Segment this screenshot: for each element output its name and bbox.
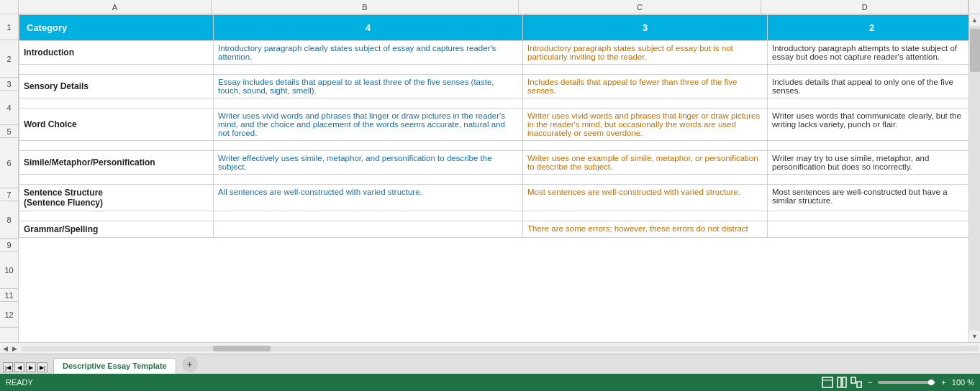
intro-score2: Introductory paragraph attempts to state… — [768, 41, 969, 65]
svg-rect-4 — [851, 377, 856, 383]
zoom-minus[interactable]: − — [868, 378, 872, 387]
scroll-down-arrow[interactable]: ▼ — [969, 331, 981, 342]
normal-view-icon[interactable] — [822, 377, 833, 388]
view-icons — [822, 377, 862, 388]
header-score3: 3 — [523, 15, 768, 41]
scroll-thumb[interactable] — [970, 29, 980, 72]
col-header-b: B — [212, 0, 519, 14]
horizontal-scrollbar[interactable]: ◀ ▶ — [0, 342, 980, 354]
word-score2: Writer uses words that communicate clear… — [768, 109, 969, 141]
svg-rect-3 — [843, 377, 846, 387]
scroll-up-arrow[interactable]: ▲ — [969, 14, 981, 26]
sensory-score2: Includes details that appeal to only one… — [768, 75, 969, 98]
status-bar: READY − — [0, 374, 980, 391]
nav-next-arrow[interactable]: ▶ — [26, 362, 36, 372]
table-row: Grammar/Spelling There are some errors; … — [19, 221, 969, 238]
intro-score3: Introductory paragraph states subject of… — [523, 41, 768, 65]
header-score4: 4 — [214, 15, 523, 41]
tabs-bar: |◀ ◀ ▶ ▶| Descriptive Essay Template + — [0, 354, 980, 374]
simile-score2: Writer may try to use simile, metaphor, … — [768, 151, 969, 175]
simile-score4: Writer effectively uses simile, metaphor… — [214, 151, 523, 175]
word-score4: Writer uses vivid words and phrases that… — [214, 109, 523, 141]
header-row: Category 4 3 2 — [19, 15, 969, 41]
nav-prev-arrow[interactable]: ◀ — [14, 362, 24, 372]
category-grammar: Grammar/Spelling — [19, 221, 214, 238]
page-layout-icon[interactable] — [836, 377, 848, 388]
svg-rect-5 — [857, 382, 861, 387]
sentence-score2: Most sentences are well-constructed but … — [768, 185, 969, 211]
empty-row — [19, 98, 969, 109]
sentence-score4: All sentences are well-constructed with … — [214, 185, 523, 211]
header-score2: 2 — [768, 15, 969, 41]
col-header-a: A — [19, 0, 212, 14]
category-introduction: Introduction — [19, 41, 214, 65]
table-row: Simile/Metaphor/Personification Writer e… — [19, 151, 969, 175]
hscroll-right-arrow[interactable]: ▶ — [12, 345, 17, 352]
zoom-thumb[interactable] — [928, 380, 934, 385]
zoom-level: 100 % — [952, 378, 974, 387]
sensory-score4: Essay includes details that appeal to at… — [214, 75, 523, 98]
zoom-plus[interactable]: + — [941, 378, 945, 387]
hscroll-arrows-left[interactable]: ◀ ▶ — [0, 345, 20, 352]
empty-row — [19, 141, 969, 151]
sheet-tab-descriptive[interactable]: Descriptive Essay Template — [53, 358, 176, 374]
add-sheet-button[interactable]: + — [182, 356, 198, 372]
spreadsheet-container: A B C D 1 2 3 4 5 6 7 8 9 10 11 12 — [0, 0, 980, 391]
col-header-d: D — [761, 0, 968, 14]
table-row: Introduction Introductory paragraph clea… — [19, 41, 969, 65]
sentence-score3: Most sentences are well-constructed with… — [523, 185, 768, 211]
corner-cell — [0, 0, 19, 14]
table-row: Word Choice Writer uses vivid words and … — [19, 109, 969, 141]
table-row: Sensory Details Essay includes details t… — [19, 75, 969, 98]
col-header-c: C — [519, 0, 761, 14]
grammar-score4 — [214, 221, 523, 238]
nav-arrows: |◀ ◀ ▶ ▶| — [3, 362, 47, 372]
category-sensory: Sensory Details — [19, 75, 214, 98]
sensory-score3: Includes details that appeal to fewer th… — [523, 75, 768, 98]
empty-row — [19, 211, 969, 221]
grammar-score2 — [768, 221, 969, 238]
column-headers: A B C D — [0, 0, 980, 14]
row-numbers: 1 2 3 4 5 6 7 8 9 10 11 12 — [0, 14, 19, 342]
hscroll-left-arrow[interactable]: ◀ — [3, 345, 8, 352]
page-break-icon[interactable] — [850, 377, 862, 388]
hscroll-track-area — [20, 346, 980, 351]
word-score3: Writer uses vivid words and phrases that… — [523, 109, 768, 141]
zoom-slider[interactable] — [878, 381, 935, 384]
bottom-right-controls: − + 100 % — [822, 377, 974, 388]
simile-score3: Writer uses one example of simile, metap… — [523, 151, 768, 175]
nav-last-arrow[interactable]: ▶| — [37, 362, 47, 372]
empty-row — [19, 65, 969, 75]
header-category: Category — [19, 15, 214, 41]
sheet-main: 1 2 3 4 5 6 7 8 9 10 11 12 Category — [0, 14, 980, 354]
svg-rect-0 — [822, 377, 832, 387]
hscroll-thumb[interactable] — [213, 346, 271, 351]
vertical-scrollbar[interactable]: ▲ ▼ — [968, 14, 980, 342]
category-sentence: Sentence Structure(Sentence Fluency) — [19, 185, 214, 211]
category-simile: Simile/Metaphor/Personification — [19, 151, 214, 175]
grammar-score3: There are some errors; however, these er… — [523, 221, 768, 238]
empty-row — [19, 175, 969, 185]
table-row: Sentence Structure(Sentence Fluency) All… — [19, 185, 969, 211]
ready-status: READY — [6, 378, 33, 387]
hscroll-track — [22, 346, 979, 351]
nav-first-arrow[interactable]: |◀ — [3, 362, 13, 372]
grid: Category 4 3 2 Introduction Introductory… — [19, 14, 968, 342]
intro-score4: Introductory paragraph clearly states su… — [214, 41, 523, 65]
svg-rect-2 — [838, 377, 841, 387]
category-word-choice: Word Choice — [19, 109, 214, 141]
